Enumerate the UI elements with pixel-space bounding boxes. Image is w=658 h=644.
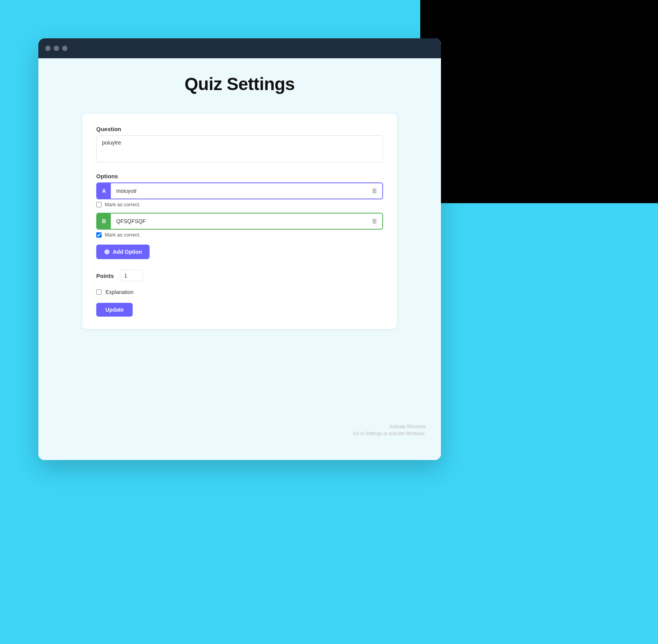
mark-correct-label-b: Mark as correct. (105, 232, 140, 238)
traffic-light-close[interactable] (45, 46, 51, 51)
mark-correct-row-a: Mark as correct. (96, 202, 383, 207)
explanation-label: Explanation (105, 289, 133, 295)
black-corner (420, 0, 658, 203)
option-row-a: A 🗑 Mark as correct. (96, 182, 383, 207)
browser-window: Quiz Settings Question poiuytre Options … (38, 38, 441, 460)
form-container: Question poiuytre Options A 🗑 Mark as co… (82, 113, 397, 329)
add-option-button[interactable]: ⊕ Add Option (96, 245, 150, 259)
option-input-wrapper-b: B 🗑 (96, 213, 383, 230)
explanation-checkbox[interactable] (96, 289, 102, 295)
option-row-b: B 🗑 Mark as correct. (96, 213, 383, 238)
question-label: Question (96, 126, 383, 132)
traffic-light-maximize[interactable] (62, 46, 67, 51)
delete-option-b-button[interactable]: 🗑 (367, 214, 382, 229)
option-badge-a: A (97, 183, 111, 199)
question-textarea[interactable]: poiuytre (96, 135, 383, 162)
plus-icon: ⊕ (104, 248, 110, 255)
update-label: Update (105, 307, 123, 313)
delete-option-a-button[interactable]: 🗑 (367, 183, 382, 199)
points-row: Points (96, 270, 383, 281)
browser-content: Quiz Settings Question poiuytre Options … (38, 58, 441, 460)
traffic-lights (45, 46, 67, 51)
browser-titlebar (38, 38, 441, 58)
mark-correct-checkbox-b[interactable] (96, 232, 102, 238)
mark-correct-row-b: Mark as correct. (96, 232, 383, 238)
option-input-a[interactable] (111, 183, 367, 199)
add-option-label: Add Option (113, 249, 142, 255)
page-title: Quiz Settings (46, 74, 433, 94)
explanation-row: Explanation (96, 289, 383, 295)
mark-correct-label-a: Mark as correct. (105, 202, 140, 207)
points-input[interactable] (120, 270, 143, 281)
activate-windows-watermark: Activate Windows Go to Settings to activ… (353, 423, 426, 437)
activate-windows-line1: Activate Windows (353, 423, 426, 430)
points-label: Points (96, 273, 114, 279)
activate-windows-line2: Go to Settings to activate Windows. (353, 430, 426, 437)
option-input-b[interactable] (111, 214, 367, 229)
options-section: Options A 🗑 Mark as correct. (96, 173, 383, 259)
option-badge-b: B (97, 214, 111, 229)
options-label: Options (96, 173, 383, 179)
option-input-wrapper-a: A 🗑 (96, 182, 383, 199)
mark-correct-checkbox-a[interactable] (96, 202, 102, 207)
traffic-light-minimize[interactable] (54, 46, 59, 51)
update-button[interactable]: Update (96, 303, 133, 317)
